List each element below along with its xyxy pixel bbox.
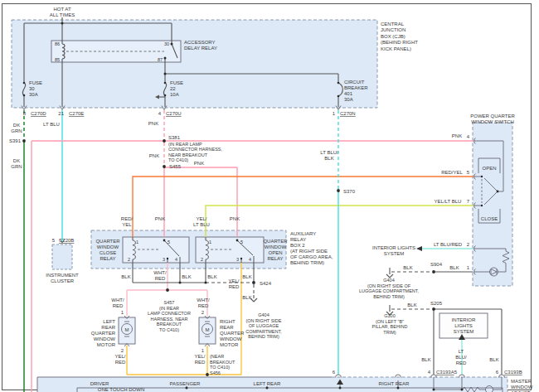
blk-label-8: BLK (407, 302, 416, 307)
sw-pin-2-line-0: 2 (467, 242, 470, 247)
yel-red-label-3-line-1: RED (195, 360, 206, 365)
s457-note-line-2: LAMP CONNECTOR (148, 311, 191, 316)
g300-note-line-2: PILLAR, BEHIND (372, 324, 408, 329)
c270n-name: C270N (340, 111, 356, 116)
splice-s456 (206, 373, 209, 376)
wht-red-label-1-line-1: RED (155, 276, 166, 281)
open-pin-5: 5 (240, 240, 243, 244)
open-pin-5-line-0: 5 (240, 240, 243, 244)
right-motor-label-line-1: REAR (220, 325, 234, 330)
yel-red-label-1: YEL/RED (228, 278, 240, 289)
c3193b-pin: 6 (496, 370, 499, 375)
c220b-pin-line-0: 5 (52, 238, 56, 243)
blk-label-3-line-0: BLK (207, 274, 216, 279)
blk-label-4-line-0: BLK (242, 274, 251, 279)
lt-blu-red-label-2-line-1: BLU/ (455, 355, 467, 360)
open-pin-1: 1 (209, 240, 211, 244)
g404-right-note: G404(ON RIGHT SIDE OFLUGGAGE COMPARTMENT… (359, 278, 420, 299)
yel-lt-blu-label-2-line-0: YEL/ (196, 216, 206, 221)
interior-lights-label-1: INTERIOR LIGHTSSYSTEM (372, 245, 415, 256)
blk-label-7-line-0: BLK (449, 265, 459, 270)
g404-left-note-line-4: BEHIND TRIM) (248, 334, 279, 339)
relay-pin-87: 87 (158, 57, 163, 62)
close-pin-5: 5 (168, 240, 170, 244)
left-motor-label-line-4: MOTOR (97, 342, 116, 347)
left-motor-pin-2: 2 (121, 348, 124, 353)
wire-red-yel (133, 177, 473, 237)
yel-red-label-2-line-1: RED (115, 360, 126, 365)
wht-red-label-2-line-0: WHT/ (111, 298, 124, 302)
c3193a-pin-line-0: 4 (428, 370, 431, 375)
interior-lights-label-1-line-0: INTERIOR LIGHTS (372, 245, 415, 250)
rear-lamp-note-1-line-2: NEAR BREAKOUT (168, 152, 208, 157)
open-pin-4-line-0: 4 (249, 257, 251, 262)
blk-label-2-line-0: BLK (182, 274, 191, 279)
left-motor-label: LEFTREARQUARTERWINDOWMOTOR (91, 319, 116, 347)
yel-red-label-1-line-0: YEL/ (228, 278, 239, 283)
lt-blu-label: LT BLU (43, 122, 60, 127)
lt-blu-red-label-2-line-2: RED (456, 361, 467, 365)
switch-contact (481, 176, 483, 177)
open-relay-label-line-1: WINDOW (265, 244, 287, 249)
hot-at-all-times-label: HOT ATALL TIMES (50, 7, 75, 17)
passenger-label: PASSENGER (170, 381, 202, 386)
fuse-22-label-line-2: 10A (170, 92, 179, 97)
sw-pin-5-line-0: 5 (467, 170, 470, 175)
s370-label: S370 (343, 189, 356, 194)
c270d-pin: 8 (23, 111, 27, 116)
junction-dot (205, 282, 207, 284)
breaker-dot (337, 82, 340, 85)
blk-label-2: BLK (182, 274, 191, 279)
pnk-label-6: PNK (230, 216, 240, 221)
junction-dot (164, 57, 167, 60)
c270d-name: C270D (31, 111, 46, 116)
rear-lamp-note-1-line-0: (IN REAR LAMP (168, 142, 202, 147)
blk-label-10-line-0: BLK (489, 357, 498, 362)
pnk-label-1-line-0: PNK (148, 121, 158, 126)
s205-label: S205 (430, 301, 443, 306)
red-yel-label-1-line-0: RED/YEL (441, 170, 463, 175)
right-motor-label-line-2: QUARTER (220, 331, 245, 336)
passenger-label-line-0: PASSENGER (170, 381, 202, 386)
close-relay-contact (167, 258, 168, 259)
aux-relay-box-label-line-5: BEHIND TRIM) (290, 260, 324, 265)
accessory-delay-relay-label-line-1: DELAY RELAY (184, 46, 217, 51)
pqws-title: POWER QUARTERWINDOW SWITCH (470, 114, 515, 124)
yel-red-label-2-line-0: YEL/ (114, 354, 125, 359)
junction-dot (61, 22, 64, 25)
relay-pin-86: 86 (55, 41, 60, 46)
c270n-pin: 1 (333, 111, 336, 116)
close-relay-label-line-2: CLOSE (100, 250, 116, 255)
close-pin-4: 4 (175, 257, 177, 262)
master-window-label-line-0: MASTER (511, 379, 532, 384)
dk-grn-label-2: DKGRN (11, 158, 22, 169)
fuse-dot (23, 82, 26, 85)
interior-lights-label-2-line-1: LIGHTS (454, 323, 473, 328)
pnk-label-3: PNK (194, 161, 204, 166)
c270e-pin: 21 (58, 111, 64, 116)
g404-right-note-line-1: (ON RIGHT SIDE OF (367, 283, 411, 288)
blk-label-9: BLK (421, 357, 430, 362)
splice-s205 (432, 307, 435, 311)
c220b-pin: 5 (52, 238, 56, 243)
blk-label-3: BLK (207, 274, 216, 279)
blk-label-5: BLK (242, 295, 251, 300)
interior-lights-label-1-line-1: SYSTEM (384, 251, 405, 256)
junction-dot (397, 387, 400, 390)
lt-blu-red-label-2: LTBLU/RED (455, 349, 467, 365)
g404-right-note-line-3: BEHIND TRIM) (373, 294, 405, 299)
s391-label: S391 (9, 138, 22, 143)
c3193b-name: C3193B (504, 370, 522, 375)
rear-lamp-note-1-line-3: TO C410) (168, 157, 188, 162)
c270e-name: C270E (69, 111, 84, 116)
wiring-diagram-canvas: M M (0, 0, 539, 392)
sw-pin-7: 7 (467, 199, 470, 204)
c270n-pin-line-0: 1 (333, 111, 336, 116)
left-motor-label-line-1: REAR (101, 325, 115, 330)
pqws-title-line-0: POWER QUARTER (470, 114, 515, 119)
left-motor-pin-1: 1 (121, 310, 124, 315)
instrument-cluster-label: INSTRUMENTCLUSTER (46, 273, 79, 283)
blk-label-1-line-0: BLK (121, 274, 130, 279)
relay-pin-87-line-0: 87 (158, 57, 163, 62)
close-pin-5-line-0: 5 (168, 240, 170, 244)
